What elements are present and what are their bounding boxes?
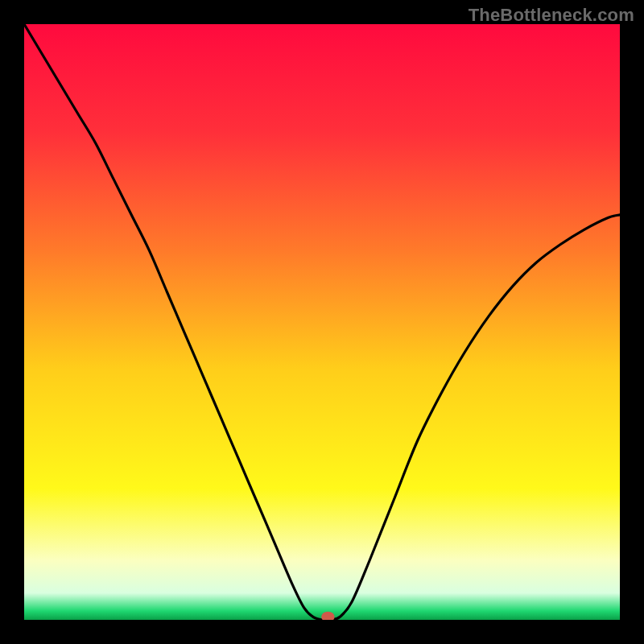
- chart-background-gradient: [24, 24, 620, 620]
- chart-svg: [24, 24, 620, 620]
- chart-frame: TheBottleneck.com: [0, 0, 644, 644]
- watermark-text: TheBottleneck.com: [469, 5, 634, 26]
- plot-area: [24, 24, 620, 620]
